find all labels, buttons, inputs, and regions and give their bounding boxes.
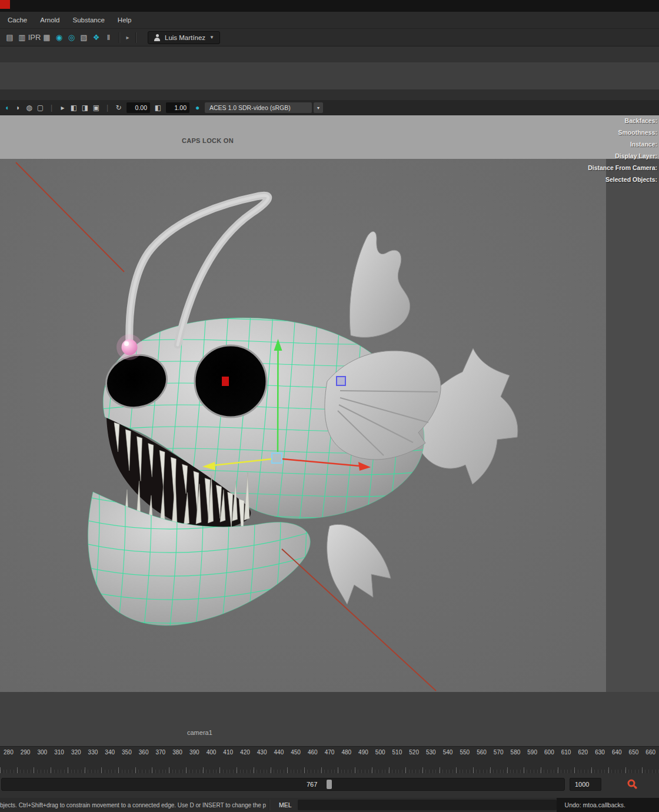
range-end-field[interactable]: 1000 [570, 778, 601, 791]
lighting-icon[interactable]: ◖ [1, 102, 12, 114]
timeline-frame-label[interactable]: 400 [203, 747, 220, 758]
timeline-frame-label[interactable]: 440 [271, 747, 288, 758]
refresh-icon[interactable]: ↻ [113, 102, 124, 114]
timeline-frame-label[interactable]: 650 [625, 747, 643, 758]
timeline-frame-label[interactable]: 460 [304, 747, 321, 758]
ipr-icon[interactable]: IPR [28, 31, 41, 44]
timeline-frame-label[interactable]: 500 [372, 747, 389, 758]
timeline-frame-label[interactable]: 600 [541, 747, 558, 758]
textured-icon[interactable]: ◍ [24, 102, 35, 114]
timeline-frame-label[interactable]: 280 [0, 747, 17, 758]
maya-window: CacheArnoldSubstanceHelp ▤▥IPR▦◉◎▧❖‖ ▸ L… [0, 0, 659, 812]
command-line: bjects. Ctrl+Shift+drag to constrain mov… [0, 798, 659, 812]
node-editor-icon[interactable]: ❖ [90, 31, 102, 44]
command-history-text: Undo: mtoa.callbacks. [565, 801, 625, 808]
timeline-frame-label[interactable]: 610 [558, 747, 575, 758]
lure-bulb-highlight [124, 341, 129, 346]
timeline-frame-label[interactable]: 340 [101, 747, 118, 758]
colorspace-dropdown-arrow[interactable]: ▼ [314, 102, 323, 113]
shelf-tab-strip [0, 46, 659, 62]
timeline-frame-label[interactable]: 560 [473, 747, 490, 758]
separator[interactable]: | [102, 102, 113, 114]
timeline-frame-label[interactable]: 660 [642, 747, 659, 758]
timeline-frame-label[interactable]: 450 [287, 747, 304, 758]
colorspace-icon[interactable]: ● [192, 102, 203, 114]
wireframe-on-shaded-icon[interactable]: ▢ [35, 102, 46, 114]
menu-item[interactable]: Arnold [34, 12, 66, 28]
pause-icon[interactable]: ‖ [102, 31, 115, 44]
timeline-frame-label[interactable]: 480 [338, 747, 355, 758]
gamma-icon[interactable]: ◧ [152, 102, 164, 114]
timeline-frame-label[interactable]: 620 [574, 747, 591, 758]
timeline-frame-label[interactable]: 310 [51, 747, 68, 758]
hud-label: Selected Objects: [605, 174, 657, 185]
timeline-frame-label[interactable]: 570 [490, 747, 507, 758]
timeline-frame-label[interactable]: 630 [591, 747, 608, 758]
timeline-frame-label[interactable]: 520 [405, 747, 422, 758]
right-eye[interactable] [195, 345, 267, 417]
command-input[interactable] [298, 800, 557, 810]
timeline-frame-label[interactable]: 330 [85, 747, 102, 758]
grid-toggle-icon[interactable]: ▣ [91, 102, 102, 114]
timeline-frame-label[interactable]: 350 [118, 747, 135, 758]
timeline-frame-label[interactable]: 530 [422, 747, 440, 758]
isolate-select-icon[interactable]: ◧ [68, 102, 79, 114]
hud-label: Smoothness: [618, 127, 657, 138]
separator [269, 800, 270, 810]
timeline-frame-label[interactable]: 430 [254, 747, 271, 758]
timeline-frame-label[interactable]: 380 [169, 747, 186, 758]
pectoral-fin[interactable] [325, 351, 441, 460]
timeline-track[interactable] [0, 758, 659, 773]
timeline-frame-label[interactable]: 470 [321, 747, 338, 758]
component-handle-blue[interactable] [337, 377, 345, 385]
scene-new-icon[interactable]: ▤ [4, 31, 16, 44]
timeline-frame-label[interactable]: 540 [440, 747, 457, 758]
camera-name-label[interactable]: camera1 [187, 729, 212, 736]
shading-icon[interactable]: ◗ [12, 102, 24, 114]
exposure-field[interactable]: 0.00 [127, 102, 150, 113]
timeline-frame-label[interactable]: 360 [135, 747, 152, 758]
viewport[interactable] [0, 115, 606, 692]
command-language-toggle[interactable]: MEL [273, 798, 298, 812]
shelf-area [0, 62, 659, 89]
timeline-frame-label[interactable]: 370 [152, 747, 169, 758]
colorspace-dropdown[interactable]: ACES 1.0 SDR-video (sRGB) [205, 102, 312, 113]
separator[interactable]: | [46, 102, 57, 114]
user-account-menu[interactable]: Luis Martínez ▼ [148, 31, 220, 44]
range-slider-track[interactable]: 767 [1, 778, 565, 791]
timeline-frame-label[interactable]: 300 [34, 747, 51, 758]
render-current-frame-icon[interactable]: ◉ [53, 31, 65, 44]
timeline-frame-label[interactable]: 590 [524, 747, 541, 758]
viewport-canvas[interactable] [0, 115, 606, 692]
hud-band [0, 115, 659, 159]
menu-item[interactable]: Cache [1, 12, 34, 28]
timeline-frame-label[interactable]: 390 [186, 747, 203, 758]
scene-open-icon[interactable]: ▥ [16, 31, 28, 44]
timeline-frame-label[interactable]: 640 [608, 747, 625, 758]
side-panel-strip [606, 159, 659, 692]
panel-divider-strip [0, 89, 659, 100]
render-sequence-icon[interactable]: ▧ [78, 31, 90, 44]
ipr-render-icon[interactable]: ◎ [65, 31, 78, 44]
user-name: Luis Martínez [165, 34, 205, 41]
menu-item[interactable]: Help [111, 12, 138, 28]
range-slider-row: 767 1000 [0, 773, 659, 798]
timeline-frame-label[interactable]: 550 [456, 747, 473, 758]
timeline-frame-label[interactable]: 420 [237, 747, 254, 758]
component-selection-red[interactable] [222, 377, 229, 386]
menu-item[interactable]: Substance [66, 12, 111, 28]
timeline-frame-label[interactable]: 320 [68, 747, 85, 758]
render-icon[interactable]: ▦ [41, 31, 53, 44]
timeline-frame-label[interactable]: 490 [355, 747, 372, 758]
chevron-right-icon[interactable]: ▸ [124, 34, 131, 41]
xray-icon[interactable]: ◨ [79, 102, 91, 114]
auto-key-icon[interactable] [626, 778, 640, 792]
timeline-frame-label[interactable]: 290 [17, 747, 34, 758]
viewport-footer-area [0, 692, 659, 746]
timeline-frame-label[interactable]: 410 [219, 747, 237, 758]
range-slider-handle[interactable] [327, 780, 332, 789]
timeline-frame-label[interactable]: 580 [507, 747, 524, 758]
timeline-frame-label[interactable]: 510 [389, 747, 406, 758]
gamma-field[interactable]: 1.00 [166, 102, 189, 113]
select-tool-icon[interactable]: ▸ [57, 102, 68, 114]
